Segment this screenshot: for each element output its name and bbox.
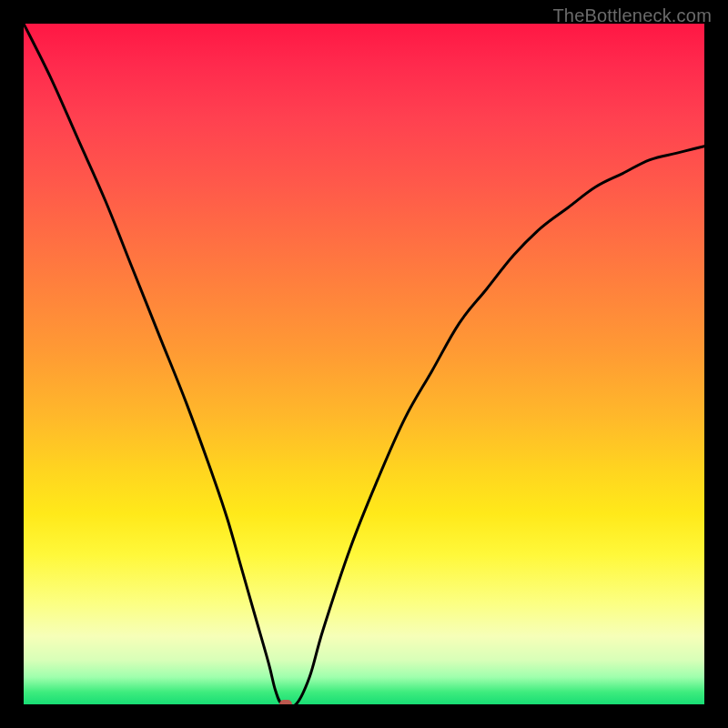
- chart-frame: TheBottleneck.com: [0, 0, 728, 728]
- watermark-text: TheBottleneck.com: [552, 5, 712, 26]
- bottleneck-curve: [24, 24, 704, 704]
- minimum-marker: [279, 700, 292, 704]
- plot-area: [24, 24, 704, 704]
